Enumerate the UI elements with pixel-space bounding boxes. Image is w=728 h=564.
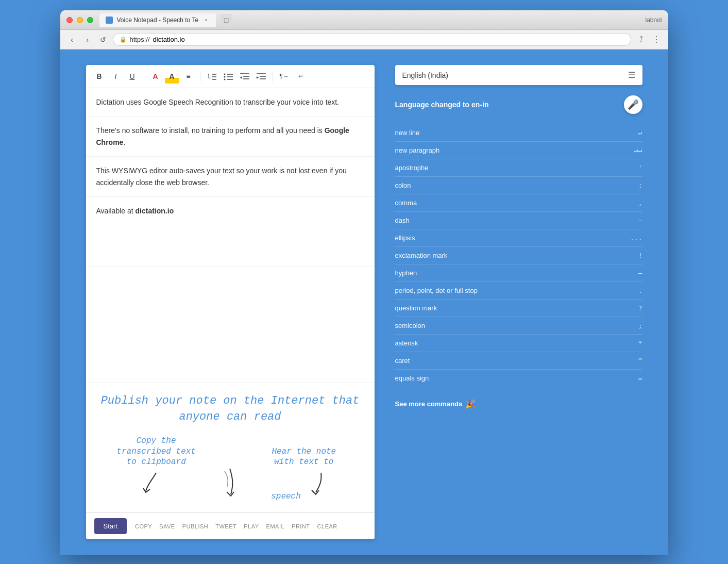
command-name: asterisk: [395, 339, 418, 347]
editor-body: Dictation uses Google Speech Recognition…: [86, 88, 375, 383]
command-symbol: =: [638, 374, 642, 382]
reload-icon: ↺: [100, 36, 106, 44]
svg-point-4: [224, 74, 225, 75]
command-name: equals sign: [395, 374, 429, 382]
svg-marker-13: [240, 76, 242, 79]
window-chrome: Voice Notepad - Speech to Te × □ labnol …: [60, 10, 668, 555]
tweet-action[interactable]: TWEET: [215, 523, 236, 529]
command-symbol: ↵↵: [634, 146, 642, 154]
command-name: period, point, dot or full stop: [395, 287, 478, 294]
italic-button[interactable]: I: [109, 69, 123, 84]
arrow-center-svg: [214, 466, 245, 502]
command-item: dash—: [395, 212, 642, 229]
footer-actions: COPY SAVE PUBLISH TWEET PLAY EMAIL PRINT…: [135, 523, 337, 529]
minimize-button[interactable]: [77, 17, 83, 23]
url-bar[interactable]: 🔒 https://dictation.io: [113, 33, 631, 46]
new-tab-icon: □: [224, 16, 228, 24]
reload-button[interactable]: ↺: [97, 34, 109, 45]
start-button[interactable]: Start: [94, 518, 127, 534]
menu-icon[interactable]: ☰: [628, 70, 635, 80]
promo-left: Copy the transcribed text to clipboard: [115, 436, 197, 502]
indent-decrease-icon: [240, 72, 249, 80]
commands-list: new line↵new paragraph↵↵apostrophe'colon…: [395, 124, 642, 387]
highlight-button[interactable]: A: [165, 69, 179, 84]
sidebar-panel: English (India) ☰ Language changed to en…: [395, 65, 642, 539]
mic-button[interactable]: 🎤: [624, 95, 642, 114]
close-button[interactable]: [66, 17, 73, 23]
copy-action[interactable]: COPY: [135, 523, 152, 529]
command-symbol: .: [638, 287, 642, 294]
editor-para-2[interactable]: There's no software to install, no train…: [86, 117, 375, 157]
back-icon: ‹: [71, 36, 73, 44]
command-item: equals sign=: [395, 370, 642, 387]
clear-action[interactable]: CLEAR: [317, 523, 337, 529]
command-symbol: ...: [630, 234, 642, 242]
play-action[interactable]: PLAY: [244, 523, 259, 529]
editor-footer: Start COPY SAVE PUBLISH TWEET PLAY EMAIL…: [86, 512, 375, 539]
publish-action[interactable]: PUBLISH: [182, 523, 209, 529]
save-action[interactable]: SAVE: [159, 523, 175, 529]
align-button[interactable]: ≡: [181, 69, 196, 84]
email-action[interactable]: EMAIL: [266, 523, 285, 529]
command-symbol: ': [638, 164, 642, 172]
ordered-list-button[interactable]: 1.: [205, 69, 219, 84]
print-action[interactable]: PRINT: [292, 523, 310, 529]
svg-point-5: [224, 76, 225, 78]
toolbar-separator-2: [200, 71, 200, 81]
new-tab-button[interactable]: □: [220, 14, 232, 26]
language-status: Language changed to en-in 🎤: [395, 93, 642, 116]
para-4-prefix: Available at: [96, 207, 136, 215]
editor-empty-lines: [86, 225, 375, 267]
rtl-button[interactable]: ↵: [294, 69, 308, 84]
language-selector[interactable]: English (India) ☰: [395, 65, 642, 85]
tab-close-icon[interactable]: ×: [202, 16, 210, 24]
editor-promo: Publish your note on the Internet that a…: [86, 383, 375, 512]
para-3-text: This WYSIWYG editor auto-saves your text…: [96, 167, 347, 186]
command-item: hyphen–: [395, 264, 642, 282]
command-name: colon: [395, 181, 411, 189]
font-color-button[interactable]: A: [148, 69, 163, 84]
more-icon: ⋮: [652, 35, 661, 44]
page-content: B I U A A ≡ 1.: [60, 49, 668, 555]
bold-button[interactable]: B: [92, 69, 107, 84]
command-symbol: ?: [638, 304, 642, 312]
arrow-right-svg: [306, 468, 336, 499]
svg-point-6: [224, 79, 225, 80]
more-button[interactable]: ⋮: [651, 34, 662, 45]
para-1-text: Dictation uses Google Speech Recognition…: [96, 98, 340, 106]
back-button[interactable]: ‹: [66, 34, 78, 45]
command-name: ellipsis: [395, 234, 415, 242]
title-bar: Voice Notepad - Speech to Te × □ labnol: [60, 10, 668, 30]
maximize-button[interactable]: [87, 17, 93, 23]
mic-icon: 🎤: [628, 99, 639, 110]
command-name: question mark: [395, 304, 437, 312]
traffic-lights: [66, 17, 93, 23]
editor-para-4[interactable]: Available at dictation.io: [86, 197, 375, 225]
ltr-button[interactable]: ¶→: [277, 69, 292, 84]
underline-button[interactable]: U: [125, 69, 140, 84]
editor-para-1[interactable]: Dictation uses Google Speech Recognition…: [86, 88, 375, 117]
command-item: comma,: [395, 194, 642, 212]
command-item: apostrophe': [395, 159, 642, 177]
command-symbol: !: [638, 252, 642, 259]
tab-bar: Voice Notepad - Speech to Te × □: [99, 13, 646, 27]
address-bar: ‹ › ↺ 🔒 https://dictation.io ⤴ ⋮: [60, 30, 668, 49]
promo-buttons: Copy the transcribed text to clipboard: [96, 436, 364, 502]
share-button[interactable]: ⤴: [635, 34, 647, 45]
editor-para-3[interactable]: This WYSIWYG editor auto-saves your text…: [86, 157, 375, 197]
command-item: exclamation mark!: [395, 247, 642, 264]
unordered-list-icon: [224, 72, 233, 80]
unordered-list-button[interactable]: [221, 69, 235, 84]
ordered-list-icon: 1.: [207, 72, 216, 80]
see-more-label: See more commands: [395, 400, 463, 408]
active-tab[interactable]: Voice Notepad - Speech to Te ×: [99, 13, 216, 27]
indent-increase-button[interactable]: [254, 69, 268, 84]
command-symbol: ^: [638, 357, 642, 364]
forward-button[interactable]: ›: [82, 34, 93, 45]
command-name: apostrophe: [395, 164, 429, 172]
svg-marker-17: [257, 76, 259, 79]
tab-favicon: [106, 16, 113, 24]
language-selected: English (India): [402, 71, 449, 79]
indent-decrease-button[interactable]: [238, 69, 252, 84]
see-more-button[interactable]: See more commands 🎉: [395, 395, 642, 413]
